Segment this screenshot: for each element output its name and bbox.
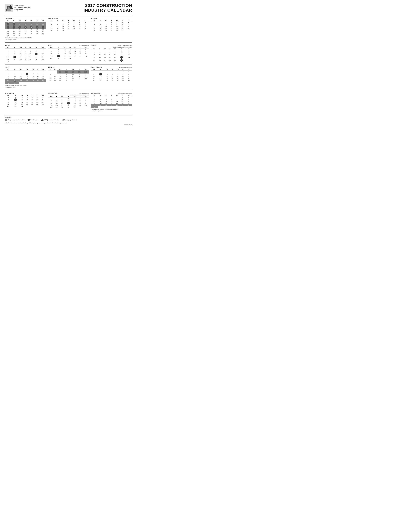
- table-row: Dec.1: [5, 22, 11, 26]
- legend-holiday-icon: [28, 119, 30, 121]
- november-label: Insurability notices: [79, 93, 89, 94]
- table-row: 22232425262728): [5, 33, 46, 35]
- col-m: M: [11, 20, 17, 22]
- december-title: DECEMBER: [91, 92, 101, 94]
- july-footnote: * Annual summer vacation: from July 23 t…: [5, 85, 46, 88]
- legend-item-afcq: AFCQ annual contribution: [41, 119, 59, 121]
- table-row: (262728: [48, 29, 89, 31]
- calendar-september: SEPTEMBER Pension plan statements SUMTUW…: [91, 66, 132, 89]
- table-row: 78910111213: [48, 51, 89, 53]
- table-row: 12131415161718: [48, 26, 89, 28]
- calendar-february: FEBRUARY SUMTUWTHFSA 1234 567891011 1213…: [48, 17, 89, 41]
- row2-divider: [5, 64, 132, 65]
- calendar-row-3: JULY SUMTUWTHFSA 1 2345678 9101112131415…: [5, 66, 132, 89]
- calendar-october: OCTOBER SUMTUWTHFSA (1234567 89101112131…: [5, 92, 46, 113]
- ccq-logo-icon: [5, 4, 13, 12]
- july-table: SUMTUWTHFSA 1 2345678 9101112131415 1617…: [5, 68, 46, 84]
- table-row: 891011121314: [5, 98, 46, 101]
- table-row: 123456: [48, 49, 89, 51]
- table-row: 7: [40, 26, 46, 29]
- table-row: Dec.31: [40, 22, 46, 26]
- table-row: (262728293031: [91, 29, 132, 31]
- december-table: SUMTUWTHFSA 12 3456789 10111213141516 17…: [91, 95, 132, 108]
- june-title: JUNE: [91, 45, 96, 46]
- col-f: F: [34, 20, 40, 22]
- calendar-august: AUGUST SUMTUWTHFSA 12345 6789101112 1314…: [48, 66, 89, 89]
- january-footnote: * Annual winter vacation: from December …: [5, 37, 46, 40]
- table-row: 12: [91, 96, 132, 98]
- table-row: 24*252627282930): [91, 104, 132, 106]
- table-row: 10111213141516: [91, 76, 132, 77]
- nb-note: N.B.: The dates may be subject to change…: [5, 122, 132, 124]
- table-row: 1: [5, 26, 11, 29]
- legend-vacation-icon: [5, 119, 7, 121]
- table-row: 22232425262728): [5, 103, 46, 105]
- october-table: SUMTUWTHFSA (1234567 891011121314 151617…: [5, 94, 46, 107]
- table-row: 11121314151617: [91, 54, 132, 56]
- table-row: 15161718192021: [5, 101, 46, 103]
- calendar-row-1: JANUARY SU M TU W TH F SA Dec.1 Dec.2 De…: [5, 17, 132, 41]
- calendar-may: MAY Insurability notices SUMTUWTHFSA 123…: [48, 44, 89, 63]
- legend-vacation-label: Compulsory annual vacations: [8, 119, 25, 121]
- table-row: Dec.2: [11, 22, 17, 26]
- june-label: MÉDIC Construction Card: [118, 45, 132, 46]
- december-label: MÉDIC Construction Card: [118, 93, 132, 94]
- table-row: 23*242526272829): [5, 79, 46, 82]
- row3-divider: [5, 90, 132, 90]
- col-tu: TU: [17, 20, 23, 22]
- table-row: 1: [5, 48, 46, 51]
- table-row: 891011121314: [5, 29, 46, 31]
- table-row: 123: [91, 50, 132, 52]
- table-row: (1234567: [5, 96, 46, 98]
- legend-afcq-label: AFCQ annual contribution: [44, 119, 59, 121]
- table-row: Dec.30: [34, 22, 40, 26]
- december-footnote: * Annual winter vacation: from December …: [91, 108, 132, 112]
- table-row: 1: [5, 70, 46, 73]
- table-row: 19202122232425): [48, 28, 89, 29]
- january-title: JANUARY: [5, 18, 46, 19]
- november-title: NOVEMBER: [48, 92, 58, 94]
- may-header: MAY Insurability notices: [48, 45, 89, 47]
- november-sublabel: Vacation and paid holiday statements: [48, 95, 89, 95]
- table-row: 1234: [48, 98, 89, 100]
- table-row: 12131415161718: [48, 102, 89, 105]
- legend-items: Compulsory annual vacations Paid holiday…: [5, 119, 132, 121]
- april-table: SUMTUWTHFSA 1 2345678 9101112131415 1617…: [5, 47, 46, 62]
- july-title: JULY: [5, 66, 46, 68]
- table-row: (30: [5, 60, 46, 62]
- table-row: 3456789: [91, 73, 132, 76]
- table-row: 16171819202122: [5, 56, 46, 58]
- june-sublabel: Vacation and paid holiday statements: [91, 47, 132, 48]
- table-row: 3456789: [91, 98, 132, 100]
- page-title: 2017 CONSTRUCTION INDUSTRY CALENDAR: [84, 3, 132, 12]
- table-row: 17181920212223: [91, 77, 132, 79]
- march-table: SUMTUWTHFSA 1234 567891011 1213141516171…: [91, 20, 132, 31]
- legend-item-report: ( ) Monthly report period: [62, 119, 76, 121]
- table-row: 1234: [91, 22, 132, 24]
- legend-item-holiday: Paid holidays: [28, 119, 38, 121]
- legend-afcq-icon: [41, 119, 44, 121]
- table-row: 6789101112: [48, 74, 89, 76]
- june-table: SUMTUWTHFSA 123 45678910 11121314151617 …: [91, 48, 132, 62]
- calendar-november: NOVEMBER Insurability notices Vacation a…: [48, 92, 89, 113]
- col-sa: SA: [40, 20, 46, 22]
- table-row: (293031: [5, 35, 46, 37]
- september-title: SEPTEMBER: [91, 66, 102, 68]
- september-table: SUMTUWTHFSA 12 3456789 10111213141516 17…: [91, 69, 132, 81]
- table-row: 9101112131415: [5, 76, 46, 77]
- legend-item-vacation: Compulsory annual vacations: [5, 119, 25, 121]
- table-row: 567891011: [48, 100, 89, 102]
- october-title: OCTOBER: [5, 92, 46, 94]
- table-row: 567891011: [91, 24, 132, 26]
- table-row: 12131415161718: [91, 26, 132, 28]
- calendar-row-2: APRIL SUMTUWTHFSA 1 2345678 910111213141…: [5, 44, 132, 63]
- table-row: (2728293031: [48, 79, 89, 81]
- table-row: 567891011: [48, 24, 89, 26]
- table-row: 15161718192021: [5, 31, 46, 33]
- august-title: AUGUST: [48, 66, 89, 68]
- september-header: SEPTEMBER Pension plan statements: [91, 66, 132, 68]
- table-row: 23242526272829): [5, 58, 46, 60]
- table-row: 19202122232425): [91, 28, 132, 29]
- col-su: SU: [5, 20, 11, 22]
- table-row: 1234: [48, 22, 89, 24]
